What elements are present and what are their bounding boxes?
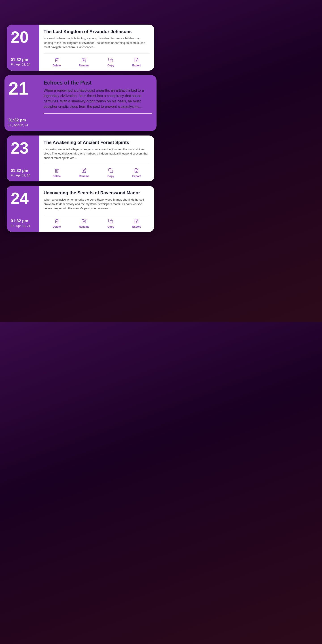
action-delete-label: Delete [53,175,61,178]
card-content: Echoes of the Past When a renowned archa… [39,75,156,131]
story-date: Fri, Apr 02, 24 [11,173,35,177]
rename-icon [82,117,88,123]
action-delete-label: Delete [53,225,61,228]
action-copy-button[interactable]: Copy [105,116,120,128]
action-copy-label: Copy [107,225,114,228]
delete-icon [54,168,60,174]
export-icon [133,57,140,63]
story-time: 01:32 pm [11,218,35,224]
action-export-label: Export [132,225,141,228]
card-actions: Delete Rename Copy Export [44,164,150,179]
export-icon [133,168,140,174]
story-title: Uncovering the Secrets of Ravenwood Mano… [44,190,150,196]
copy-icon [108,168,114,174]
action-rename-label: Rename [79,175,90,178]
action-rename-button[interactable]: Rename [77,56,92,68]
card-number-block: 24 01:32 pm Fri, Apr 02, 24 [7,186,39,232]
story-description: When a renowned archaeologist unearths a… [44,88,152,109]
story-number: 23 [11,140,35,156]
action-rename-label: Rename [79,124,91,128]
action-export-label: Export [132,64,141,67]
story-title: Echoes of the Past [44,79,152,86]
story-time: 01:32 pm [11,57,35,62]
action-rename-label: Rename [79,64,90,67]
story-number: 24 [11,190,35,206]
story-card-21: 21 01:32 pm Fri, Apr 02, 24 Echoes of th… [4,75,156,131]
card-actions: Delete Rename Copy Export [44,113,152,128]
story-time: 01:32 pm [11,168,35,173]
copy-icon [108,57,114,63]
action-delete-label: Delete [53,64,61,67]
delete-icon [54,117,60,123]
card-number-block: 21 01:32 pm Fri, Apr 02, 24 [4,75,39,131]
copy-icon [109,117,116,123]
story-card-24: 24 01:32 pm Fri, Apr 02, 24 Uncovering t… [7,186,154,232]
story-date: Fri, Apr 02, 24 [11,224,35,228]
svg-rect-2 [112,119,115,122]
story-card-23: 23 01:32 pm Fri, Apr 02, 24 The Awakenin… [7,136,154,182]
delete-icon [54,218,60,224]
rename-icon [81,168,87,174]
story-title: The Lost Kingdom of Arvandor Johnsons [44,28,150,34]
action-rename-button[interactable]: Rename [77,217,92,229]
page-header [0,0,161,22]
action-copy-button[interactable]: Copy [105,217,116,229]
svg-rect-4 [110,170,113,173]
story-date: Fri, Apr 02, 24 [8,123,35,127]
action-export-button[interactable]: Export [130,56,143,68]
action-copy-label: Copy [108,124,116,128]
action-delete-button[interactable]: Delete [50,56,63,68]
card-actions: Delete Rename Copy Export [44,215,150,229]
action-copy-label: Copy [107,64,114,67]
story-list: 20 01:32 pm Fri, Apr 02, 24 The Lost Kin… [0,22,161,238]
rename-icon [81,218,87,224]
action-copy-button[interactable]: Copy [105,56,116,68]
card-content: Uncovering the Secrets of Ravenwood Mano… [39,186,154,232]
story-time: 01:32 pm [8,118,35,123]
card-actions: Delete Rename Copy Export [44,54,150,68]
story-number: 21 [8,80,35,98]
action-export-button[interactable]: Export [130,166,143,179]
svg-rect-0 [110,59,113,62]
story-description: n a quaint, secluded village, strange oc… [44,147,150,160]
story-title: The Awakening of Ancient Forest Spirits [44,140,150,145]
action-export-button[interactable]: Export [130,116,147,128]
rename-icon [81,57,87,63]
svg-rect-6 [110,220,113,223]
action-export-label: Export [132,175,141,178]
card-content: The Lost Kingdom of Arvandor Johnsons In… [39,24,154,71]
action-delete-button[interactable]: Delete [49,116,65,128]
action-copy-button[interactable]: Copy [105,166,116,179]
card-number-block: 20 01:32 pm Fri, Apr 02, 24 [7,24,39,71]
export-icon [133,218,140,224]
action-rename-button[interactable]: Rename [75,116,94,128]
action-export-label: Export [134,124,143,128]
action-delete-button[interactable]: Delete [50,166,63,179]
card-content: The Awakening of Ancient Forest Spirits … [39,136,154,182]
action-export-button[interactable]: Export [130,217,143,229]
action-delete-button[interactable]: Delete [50,217,63,229]
card-number-block: 23 01:32 pm Fri, Apr 02, 24 [7,136,39,182]
action-delete-label: Delete [52,124,62,128]
action-rename-label: Rename [79,225,90,228]
story-description: In a world where magic is fading, a youn… [44,36,150,50]
copy-icon [108,218,114,224]
export-icon [135,117,142,123]
delete-icon [54,57,60,63]
story-card-20: 20 01:32 pm Fri, Apr 02, 24 The Lost Kin… [7,24,154,71]
story-description: When a reclusive writer inherits the eer… [44,198,150,211]
story-date: Fri, Apr 02, 24 [11,62,35,66]
story-number: 20 [11,29,35,45]
action-rename-button[interactable]: Rename [77,166,92,179]
action-copy-label: Copy [107,175,114,178]
